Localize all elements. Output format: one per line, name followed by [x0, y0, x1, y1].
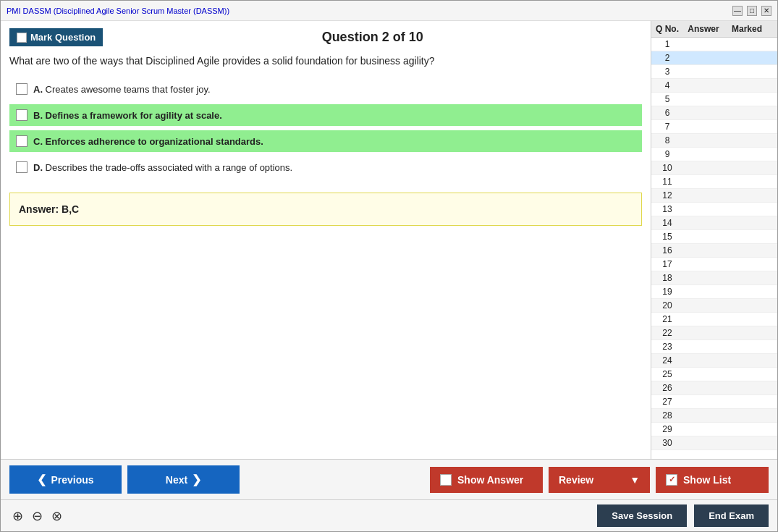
list-item[interactable]: 21 [651, 313, 777, 326]
review-button[interactable]: Review ▼ [549, 467, 650, 493]
q-marked [725, 342, 769, 352]
option-d[interactable]: D. Describes the trade-offs associated w… [9, 156, 642, 178]
q-marked [725, 94, 769, 104]
end-exam-button[interactable]: End Exam [694, 504, 769, 527]
q-answer [682, 163, 725, 173]
show-list-check-icon: ✓ [666, 474, 677, 486]
list-item[interactable]: 23 [651, 340, 777, 354]
q-num: 13 [653, 204, 682, 214]
show-list-button[interactable]: ✓ Show List [656, 467, 769, 493]
q-answer [682, 204, 725, 214]
last-bar: ⊕ ⊖ ⊗ Save Session End Exam [1, 499, 777, 531]
answer-box: Answer: B,C [9, 193, 642, 226]
list-item[interactable]: 16 [651, 244, 777, 258]
list-item[interactable]: 2 [651, 51, 777, 65]
q-marked [725, 383, 769, 393]
q-num: 15 [653, 232, 682, 242]
q-num: 7 [653, 122, 682, 132]
title-bar: PMI DASSM (Disciplined Agile Senior Scru… [1, 1, 777, 21]
list-item[interactable]: 20 [651, 299, 777, 313]
q-num: 29 [653, 424, 682, 434]
list-item[interactable]: 12 [651, 189, 777, 203]
list-item[interactable]: 1 [651, 38, 777, 51]
q-num: 28 [653, 410, 682, 421]
show-list-label: Show List [683, 474, 731, 486]
q-num: 6 [653, 108, 682, 118]
list-item[interactable]: 17 [651, 258, 777, 271]
option-c-text: C. Enforces adherence to organizational … [33, 136, 263, 147]
q-marked [725, 108, 769, 118]
list-item[interactable]: 27 [651, 395, 777, 409]
left-panel: Mark Question Question 2 of 10 What are … [1, 21, 651, 459]
next-button[interactable]: Next ❯ [127, 465, 240, 494]
window-controls: — □ ✕ [732, 6, 771, 16]
zoom-in-button[interactable]: ⊕ [9, 507, 26, 525]
mark-question-button[interactable]: Mark Question [9, 28, 103, 46]
q-answer [682, 369, 725, 379]
q-marked [725, 177, 769, 187]
q-num: 9 [653, 149, 682, 159]
q-answer [682, 259, 725, 269]
list-item[interactable]: 26 [651, 381, 777, 395]
q-num: 20 [653, 300, 682, 311]
bottom-bar: ❮ Previous Next ❯ Show Answer Review ▼ ✓… [1, 459, 777, 499]
list-item[interactable]: 18 [651, 271, 777, 285]
option-a[interactable]: A. Creates awesome teams that foster joy… [9, 78, 642, 100]
col-marked: Marked [725, 24, 769, 34]
minimize-button[interactable]: — [732, 6, 743, 16]
q-answer [682, 218, 725, 228]
option-c[interactable]: C. Enforces adherence to organizational … [9, 130, 642, 152]
q-marked [725, 273, 769, 283]
col-answer: Answer [682, 24, 725, 34]
option-b[interactable]: B. Defines a framework for agility at sc… [9, 104, 642, 126]
q-answer [682, 328, 725, 338]
next-label: Next [166, 474, 187, 486]
restore-button[interactable]: □ [747, 6, 757, 16]
q-num: 8 [653, 135, 682, 145]
list-item[interactable]: 15 [651, 230, 777, 244]
show-answer-button[interactable]: Show Answer [430, 467, 543, 493]
q-marked [725, 218, 769, 228]
option-b-checkbox[interactable] [16, 109, 28, 121]
list-item[interactable]: 11 [651, 175, 777, 189]
show-answer-label: Show Answer [457, 474, 523, 486]
zoom-reset-button[interactable]: ⊖ [29, 507, 46, 525]
q-answer [682, 190, 725, 200]
list-item[interactable]: 30 [651, 436, 777, 450]
list-item[interactable]: 25 [651, 368, 777, 381]
question-title: Question 2 of 10 [103, 30, 642, 45]
q-answer [682, 177, 725, 187]
option-d-checkbox[interactable] [16, 161, 28, 173]
list-item[interactable]: 4 [651, 79, 777, 93]
q-answer [682, 232, 725, 242]
q-answer [682, 80, 725, 90]
q-marked [725, 410, 769, 421]
list-item[interactable]: 6 [651, 106, 777, 120]
list-item[interactable]: 29 [651, 423, 777, 436]
list-item[interactable]: 7 [651, 120, 777, 134]
q-marked [725, 438, 769, 448]
q-answer [682, 122, 725, 132]
list-item[interactable]: 24 [651, 354, 777, 368]
list-item[interactable]: 9 [651, 148, 777, 161]
option-a-checkbox[interactable] [16, 83, 28, 95]
q-marked [725, 80, 769, 90]
list-item[interactable]: 22 [651, 326, 777, 340]
list-item[interactable]: 3 [651, 65, 777, 79]
list-item[interactable]: 8 [651, 134, 777, 148]
q-num: 14 [653, 218, 682, 228]
save-session-button[interactable]: Save Session [597, 504, 687, 527]
zoom-out-button[interactable]: ⊗ [48, 507, 65, 525]
list-item[interactable]: 19 [651, 285, 777, 299]
list-item[interactable]: 5 [651, 93, 777, 106]
q-num: 12 [653, 190, 682, 200]
q-marked [725, 369, 769, 379]
list-item[interactable]: 13 [651, 203, 777, 216]
q-list-body[interactable]: 1234567891011121314151617181920212223242… [651, 38, 777, 459]
list-item[interactable]: 10 [651, 161, 777, 175]
option-c-checkbox[interactable] [16, 135, 28, 147]
previous-button[interactable]: ❮ Previous [9, 465, 122, 494]
close-button[interactable]: ✕ [761, 6, 771, 16]
list-item[interactable]: 28 [651, 409, 777, 423]
list-item[interactable]: 14 [651, 216, 777, 230]
